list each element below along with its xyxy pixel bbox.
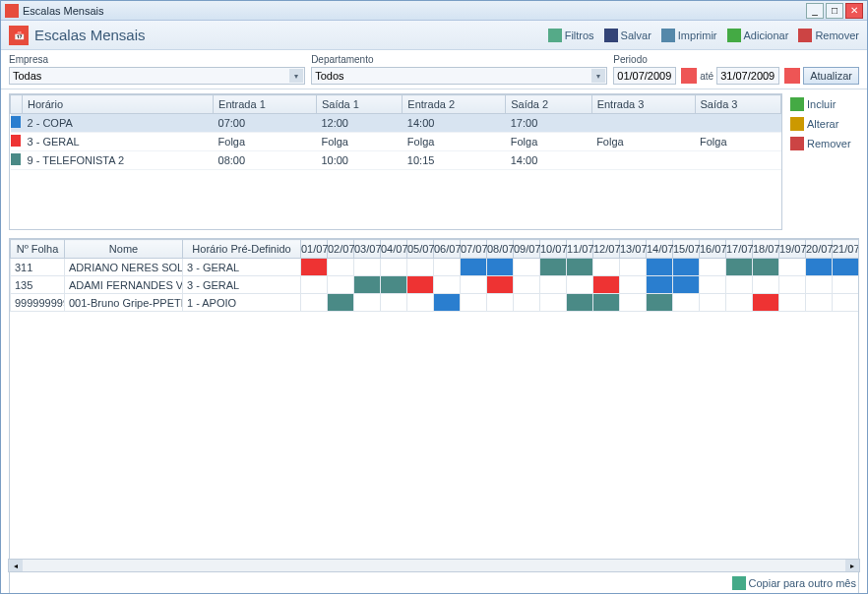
periodo-to-input[interactable]: 31/07/2009: [716, 67, 779, 85]
day-cell[interactable]: [593, 294, 620, 312]
day-cell[interactable]: [434, 294, 461, 312]
day-cell[interactable]: [620, 259, 647, 276]
schedule-row[interactable]: 9 - TELEFONISTA 2 08:0010:00 10:1514:00: [11, 151, 781, 170]
day-cell[interactable]: [620, 276, 647, 294]
col-e2[interactable]: Entrada 2: [403, 95, 506, 114]
col-day[interactable]: 19/07: [779, 240, 806, 259]
day-cell[interactable]: [833, 259, 859, 276]
col-day[interactable]: 04/07: [381, 240, 407, 259]
day-cell[interactable]: [487, 294, 514, 312]
day-cell[interactable]: [779, 294, 806, 312]
day-cell[interactable]: [567, 294, 593, 312]
col-day[interactable]: 16/07: [700, 240, 726, 259]
day-cell[interactable]: [328, 294, 354, 312]
day-cell[interactable]: [540, 294, 567, 312]
col-s3[interactable]: Saída 3: [695, 95, 780, 114]
col-day[interactable]: 03/07: [354, 240, 381, 259]
day-cell[interactable]: [567, 259, 593, 276]
day-cell[interactable]: [806, 294, 833, 312]
scroll-right-button[interactable]: ▸: [845, 560, 859, 571]
day-cell[interactable]: [407, 276, 434, 294]
horizontal-scrollbar[interactable]: ◂ ▸: [8, 559, 860, 572]
day-cell[interactable]: [461, 276, 487, 294]
day-cell[interactable]: [514, 259, 540, 276]
day-cell[interactable]: [833, 276, 859, 294]
col-day[interactable]: 11/07: [567, 240, 593, 259]
grid-row[interactable]: 311 ADRIANO NERES SOLIDONI 3 - GERAL: [11, 259, 859, 276]
day-cell[interactable]: [301, 276, 328, 294]
empresa-select[interactable]: Todas▾: [9, 67, 305, 85]
day-cell[interactable]: [726, 259, 753, 276]
day-cell[interactable]: [779, 276, 806, 294]
day-cell[interactable]: [753, 276, 779, 294]
col-day[interactable]: 18/07: [753, 240, 779, 259]
day-cell[interactable]: [726, 276, 753, 294]
remover-button[interactable]: Remover: [790, 137, 859, 150]
day-cell[interactable]: [806, 259, 833, 276]
grid-row[interactable]: 135 ADAMI FERNANDES VENTUR 3 - GERAL: [11, 276, 859, 294]
col-horario[interactable]: Horário: [23, 95, 214, 114]
imprimir-button[interactable]: Imprimir: [661, 29, 717, 42]
col-day[interactable]: 01/07: [301, 240, 328, 259]
col-day[interactable]: 14/07: [647, 240, 673, 259]
col-day[interactable]: 17/07: [726, 240, 753, 259]
col-day[interactable]: 12/07: [593, 240, 620, 259]
col-day[interactable]: 09/07: [514, 240, 540, 259]
calendar-icon[interactable]: [681, 68, 697, 84]
day-cell[interactable]: [700, 276, 726, 294]
day-cell[interactable]: [620, 294, 647, 312]
day-cell[interactable]: [647, 294, 673, 312]
day-cell[interactable]: [407, 259, 434, 276]
day-cell[interactable]: [487, 276, 514, 294]
day-cell[interactable]: [301, 294, 328, 312]
day-cell[interactable]: [354, 259, 381, 276]
day-cell[interactable]: [461, 294, 487, 312]
day-cell[interactable]: [514, 276, 540, 294]
day-cell[interactable]: [700, 294, 726, 312]
day-cell[interactable]: [434, 259, 461, 276]
day-cell[interactable]: [833, 294, 859, 312]
day-cell[interactable]: [593, 276, 620, 294]
day-cell[interactable]: [328, 276, 354, 294]
maximize-button[interactable]: □: [826, 3, 843, 19]
schedule-row[interactable]: 2 - COPA 07:0012:00 14:0017:00: [11, 114, 781, 133]
day-cell[interactable]: [753, 259, 779, 276]
day-cell[interactable]: [354, 294, 381, 312]
incluir-button[interactable]: Incluir: [790, 97, 859, 111]
day-cell[interactable]: [301, 259, 328, 276]
schedule-row[interactable]: 3 - GERAL FolgaFolga FolgaFolga FolgaFol…: [11, 133, 781, 151]
chevron-down-icon[interactable]: ▾: [289, 69, 303, 83]
col-day[interactable]: 10/07: [540, 240, 567, 259]
col-day[interactable]: 20/07: [806, 240, 833, 259]
day-cell[interactable]: [647, 276, 673, 294]
col-horario[interactable]: Horário Pré-Definido: [183, 240, 301, 259]
chevron-down-icon[interactable]: ▾: [591, 69, 605, 83]
day-cell[interactable]: [673, 294, 700, 312]
col-folha[interactable]: Nº Folha: [11, 240, 65, 259]
filtros-button[interactable]: Filtros: [548, 29, 594, 42]
day-cell[interactable]: [487, 259, 514, 276]
calendar-icon[interactable]: [784, 68, 800, 84]
day-cell[interactable]: [593, 259, 620, 276]
col-day[interactable]: 15/07: [673, 240, 700, 259]
day-cell[interactable]: [381, 259, 407, 276]
day-cell[interactable]: [700, 259, 726, 276]
col-day[interactable]: 21/07: [833, 240, 859, 259]
col-day[interactable]: 06/07: [434, 240, 461, 259]
day-cell[interactable]: [673, 259, 700, 276]
day-cell[interactable]: [567, 276, 593, 294]
col-day[interactable]: 05/07: [407, 240, 434, 259]
day-cell[interactable]: [434, 276, 461, 294]
grid-row[interactable]: 9999999999 001-Bruno Gripe-PPETROBR 1 - …: [11, 294, 859, 312]
departamento-select[interactable]: Todos▾: [311, 67, 607, 85]
day-cell[interactable]: [514, 294, 540, 312]
day-cell[interactable]: [753, 294, 779, 312]
day-cell[interactable]: [540, 276, 567, 294]
alterar-button[interactable]: Alterar: [790, 117, 859, 131]
col-day[interactable]: 02/07: [328, 240, 354, 259]
col-s1[interactable]: Saída 1: [316, 95, 402, 114]
grid-wrapper[interactable]: Nº Folha Nome Horário Pré-Definido01/070…: [9, 238, 859, 594]
col-e3[interactable]: Entrada 3: [591, 95, 695, 114]
day-cell[interactable]: [647, 259, 673, 276]
day-cell[interactable]: [328, 259, 354, 276]
